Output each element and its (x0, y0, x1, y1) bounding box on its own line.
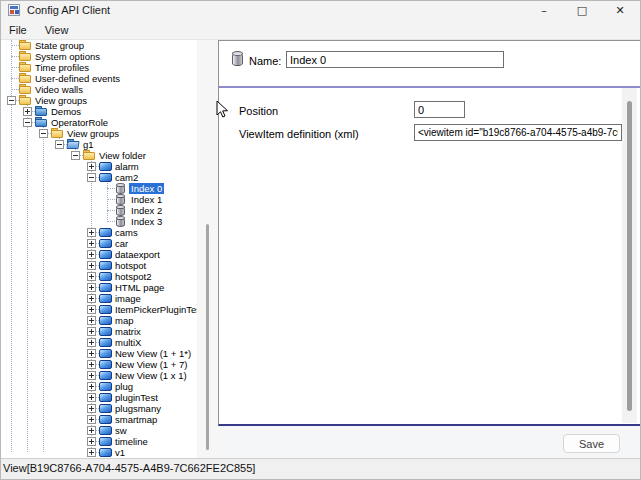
tree-item-label[interactable]: View groups (65, 128, 121, 139)
tree-item[interactable]: plug (0, 381, 197, 392)
expand-icon[interactable] (87, 382, 96, 391)
tree-item-label[interactable]: car (113, 238, 130, 249)
expand-icon[interactable] (87, 316, 96, 325)
tree-item[interactable]: HTML page (0, 282, 197, 293)
expand-icon[interactable] (87, 448, 96, 457)
tree-item-label[interactable]: hotspot (113, 260, 148, 271)
panel-scrollbar[interactable] (622, 88, 637, 423)
tree-item-label[interactable]: plugsmany (113, 403, 163, 414)
tree-item-label[interactable]: State group (33, 40, 86, 51)
expand-icon[interactable] (87, 305, 96, 314)
tree-item[interactable]: multiX (0, 337, 197, 348)
collapse-icon[interactable] (23, 118, 32, 127)
tree-item-label[interactable]: Index 2 (129, 205, 164, 216)
tree-item[interactable]: New View (1 + 7) (0, 359, 197, 370)
tree-item-label[interactable]: OperatorRole (49, 117, 110, 128)
tree-item[interactable]: alarm (0, 161, 197, 172)
expand-icon[interactable] (87, 415, 96, 424)
expand-icon[interactable] (87, 426, 96, 435)
viewitem-definition-input[interactable] (414, 124, 622, 141)
collapse-icon[interactable] (87, 173, 96, 182)
tree-item-label[interactable]: New View (1 x 1) (113, 370, 189, 381)
tree-item[interactable]: OperatorRole (0, 117, 197, 128)
tree-item-label[interactable]: User-defined events (33, 73, 122, 84)
tree-scrollbar[interactable] (197, 40, 218, 458)
tree-item[interactable]: sw (0, 425, 197, 436)
maximize-icon[interactable]: □ (563, 0, 601, 21)
expand-icon[interactable] (87, 162, 96, 171)
tree-item[interactable]: Index 2 (0, 205, 197, 216)
expand-icon[interactable] (87, 437, 96, 446)
tree-item-label[interactable]: Video walls (33, 84, 85, 95)
save-button[interactable]: Save (563, 434, 620, 453)
tree-item-label[interactable]: cams (113, 227, 140, 238)
tree-item-label[interactable]: timeline (113, 436, 150, 447)
expand-icon[interactable] (87, 283, 96, 292)
tree-item-label[interactable]: multiX (113, 337, 143, 348)
tree-item[interactable]: cams (0, 227, 197, 238)
tree-item[interactable]: cam2 (0, 172, 197, 183)
tree-item-label[interactable]: v1 (113, 447, 127, 458)
collapse-icon[interactable] (7, 96, 16, 105)
tree-item[interactable]: Demos (0, 106, 197, 117)
tree-item[interactable]: New View (1 x 1) (0, 370, 197, 381)
tree-item[interactable]: User-defined events (0, 73, 197, 84)
tree-item-label[interactable]: alarm (113, 161, 141, 172)
tree-item[interactable]: g1 (0, 139, 197, 150)
tree-item[interactable]: v1 (0, 447, 197, 458)
tree-item-label[interactable]: g1 (81, 139, 96, 150)
position-input[interactable] (414, 101, 465, 118)
tree-item[interactable]: pluginTest (0, 392, 197, 403)
tree-item[interactable]: New View (1 + 1*) (0, 348, 197, 359)
expand-icon[interactable] (87, 250, 96, 259)
expand-icon[interactable] (87, 338, 96, 347)
tree-item-label[interactable]: Time profiles (33, 62, 91, 73)
tree-item-label[interactable]: pluginTest (113, 392, 160, 403)
tree-item-label[interactable]: Index 3 (129, 216, 164, 227)
tree-item[interactable]: plugsmany (0, 403, 197, 414)
tree-item-label[interactable]: Index 1 (129, 194, 164, 205)
tree-item[interactable]: View groups (0, 128, 197, 139)
tree-item[interactable]: timeline (0, 436, 197, 447)
panel-scrollbar-thumb[interactable] (627, 101, 632, 411)
expand-icon[interactable] (87, 327, 96, 336)
expand-icon[interactable] (87, 239, 96, 248)
tree-item-label[interactable]: View groups (33, 95, 89, 106)
minimize-icon[interactable]: – (525, 0, 563, 21)
tree-item[interactable]: ItemPickerPluginTest (0, 304, 197, 315)
expand-icon[interactable] (87, 272, 96, 281)
tree-item[interactable]: smartmap (0, 414, 197, 425)
expand-icon[interactable] (87, 261, 96, 270)
tree-item[interactable]: Time profiles (0, 62, 197, 73)
expand-icon[interactable] (87, 349, 96, 358)
expand-icon[interactable] (87, 294, 96, 303)
expand-icon[interactable] (87, 360, 96, 369)
tree-item-label[interactable]: ItemPickerPluginTest (113, 304, 197, 315)
tree-item[interactable]: dataexport (0, 249, 197, 260)
title-bar[interactable]: Config API Client – □ ✕ (0, 0, 641, 21)
expand-icon[interactable] (87, 393, 96, 402)
tree-item[interactable]: Video walls (0, 84, 197, 95)
collapse-icon[interactable] (55, 140, 64, 149)
tree-item-label[interactable]: sw (113, 425, 129, 436)
tree-item[interactable]: Index 0 (0, 183, 197, 194)
tree-item-label[interactable]: dataexport (113, 249, 162, 260)
tree-item[interactable]: View groups (0, 95, 197, 106)
tree-item-label[interactable]: System options (33, 51, 102, 62)
tree-item[interactable]: image (0, 293, 197, 304)
tree-item-label[interactable]: New View (1 + 1*) (113, 348, 193, 359)
close-icon[interactable]: ✕ (601, 0, 639, 21)
tree-item[interactable]: hotspot2 (0, 271, 197, 282)
tree-item[interactable]: Index 3 (0, 216, 197, 227)
tree-item[interactable]: map (0, 315, 197, 326)
tree-item-label[interactable]: smartmap (113, 414, 159, 425)
tree-item-label[interactable]: cam2 (113, 172, 140, 183)
tree[interactable]: State groupSystem optionsTime profilesUs… (0, 40, 197, 458)
tree-item[interactable]: View folder (0, 150, 197, 161)
expand-icon[interactable] (87, 404, 96, 413)
expand-icon[interactable] (87, 371, 96, 380)
tree-item[interactable]: System options (0, 51, 197, 62)
name-input[interactable] (286, 51, 504, 68)
menu-item-view[interactable]: View (36, 24, 78, 36)
tree-item[interactable]: matrix (0, 326, 197, 337)
